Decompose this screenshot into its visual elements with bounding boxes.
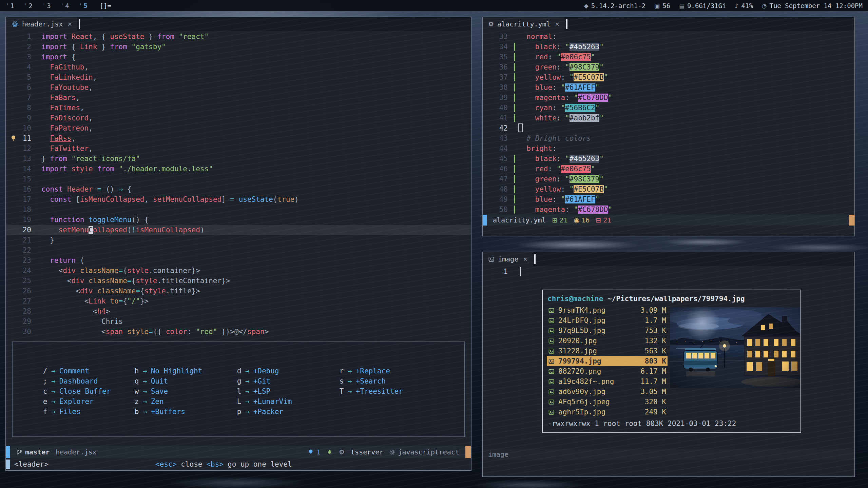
code-line[interactable]: 22: [6, 245, 471, 255]
whichkey-item[interactable]: ;→Dashboard: [43, 376, 111, 386]
editor-window-topright: ⚙ alacritty.yml × 33 normal:34 black: "#…: [482, 17, 855, 236]
code-line[interactable]: 38 blue: "#61AFEF": [483, 82, 854, 93]
whichkey-item[interactable]: b→+Buffers: [134, 407, 202, 417]
code-line[interactable]: 50 magenta: "#C678DD": [483, 204, 854, 215]
code-line[interactable]: 21 }: [6, 235, 471, 245]
whichkey-item[interactable]: c→Close Buffer: [43, 386, 111, 396]
whichkey-item[interactable]: z→Zen: [134, 396, 202, 407]
command-line[interactable]: <leader> <esc> close <bs> go up one leve…: [6, 458, 471, 470]
code-line[interactable]: 1import React, { useState } from "react": [6, 32, 471, 42]
close-icon[interactable]: ×: [555, 20, 560, 28]
whichkey-item[interactable]: e→Explorer: [43, 396, 111, 407]
code-line[interactable]: 49 blue: "#61AFEF": [483, 194, 854, 204]
tab-header-jsx[interactable]: header.jsx ×: [6, 17, 78, 31]
code-line[interactable]: 23 return (: [6, 255, 471, 266]
code-line[interactable]: 15: [6, 174, 471, 184]
hint-key-bs: <bs>: [206, 460, 224, 468]
workspace-button-1[interactable]: 1: [5, 2, 14, 9]
line-number: 43: [483, 133, 518, 143]
code-line[interactable]: 24 <div className={style.container}>: [6, 266, 471, 276]
code-line[interactable]: 27 <Link to={"/"}>: [6, 296, 471, 306]
code-area[interactable]: 1import React, { useState } from "react"…: [6, 32, 471, 337]
workspace-button-5[interactable]: 5: [79, 2, 88, 9]
code-line[interactable]: 47 green: "#98C379": [483, 174, 854, 184]
tab-image[interactable]: image ×: [483, 252, 533, 266]
whichkey-item[interactable]: T→+Treesitter: [339, 386, 403, 396]
code-line[interactable]: 19 function toggleMenu() {: [6, 215, 471, 225]
code-line[interactable]: 5 FaLinkedin,: [6, 72, 471, 82]
whichkey-item[interactable]: g→+Git: [237, 376, 292, 386]
code-line[interactable]: 33 normal:: [483, 32, 854, 42]
code-area[interactable]: 33 normal:34 black: "#4b5263"35 red: "#e…: [483, 32, 854, 215]
code-line[interactable]: 20 setMenuCollapsed(!isMenuCollapsed): [6, 225, 471, 235]
code-line[interactable]: 44 bright:: [483, 143, 854, 154]
code-line[interactable]: 39 magenta: "#C678DD": [483, 93, 854, 103]
code-line[interactable]: 30 <span style={{ color: "red" }}>@</spa…: [6, 327, 471, 337]
file-row[interactable]: 9rsmTK4.png3.09 M: [547, 305, 668, 315]
whichkey-item[interactable]: r→+Replace: [339, 366, 403, 376]
code-line[interactable]: 9 FaDiscord,: [6, 113, 471, 123]
whichkey-item[interactable]: /→Comment: [43, 366, 111, 376]
code-line[interactable]: 16const Header = () ⇒ {: [6, 184, 471, 194]
close-icon[interactable]: ×: [523, 255, 527, 263]
code-line[interactable]: 40 cyan: "#56B6C2": [483, 103, 854, 113]
code-line[interactable]: 41 white: "#abb2bf": [483, 113, 854, 123]
code-line[interactable]: 4 FaGithub,: [6, 62, 471, 72]
file-row[interactable]: a19c482f~.png11.7 M: [547, 376, 668, 387]
file-row[interactable]: AFq5r6j.jpeg320 K: [547, 397, 668, 407]
layout-indicator[interactable]: []=: [100, 2, 111, 9]
code-line[interactable]: 11 FaRss,: [6, 133, 471, 143]
code-line[interactable]: 10 FaPatreon,: [6, 123, 471, 133]
code-line[interactable]: 35 red: "#e06c75": [483, 52, 854, 62]
code-line[interactable]: 3import {: [6, 52, 471, 62]
file-row[interactable]: 31228.jpg563 K: [547, 346, 668, 356]
code-line[interactable]: 6 FaYoutube,: [6, 82, 471, 93]
tab-alacritty-yml[interactable]: ⚙ alacritty.yml ×: [483, 17, 565, 31]
code-line[interactable]: 26 <div className={style.title}>: [6, 286, 471, 296]
code-line[interactable]: 17 const [isMenuCollapsed, setMenuCollap…: [6, 194, 471, 204]
file-row[interactable]: 20920.jpg132 K: [547, 336, 668, 346]
code-line[interactable]: 8 FaTimes,: [6, 103, 471, 113]
code-line[interactable]: 14import style from "./header.module.les…: [6, 164, 471, 174]
line-number: 2: [6, 42, 41, 52]
tabline-cursor: [79, 19, 80, 29]
whichkey-item[interactable]: s→+Search: [339, 376, 403, 386]
code-line[interactable]: 7 FaBars,: [6, 93, 471, 103]
code-line[interactable]: 37 yellow: "#E5C07B": [483, 72, 854, 82]
code-line[interactable]: 43 # Bright colors: [483, 133, 854, 143]
workspace-button-4[interactable]: 4: [60, 2, 69, 9]
code-line[interactable]: 25 <div className={style.titleContainer}…: [6, 276, 471, 286]
whichkey-item[interactable]: p→+Packer: [237, 407, 292, 417]
code-line[interactable]: 2import { Link } from "gatsby": [6, 42, 471, 52]
code-line[interactable]: 29 Chris: [6, 316, 471, 327]
code-line[interactable]: 34 black: "#4b5263": [483, 42, 854, 52]
code-line[interactable]: 36 green: "#98C379": [483, 62, 854, 72]
code-line[interactable]: 28 <h4>: [6, 306, 471, 316]
code-line[interactable]: 12 FaTwitter,: [6, 143, 471, 154]
file-row[interactable]: 24LrDFQ.jpg1.7 M: [547, 315, 668, 326]
code-line[interactable]: 13} from "react-icons/fa": [6, 154, 471, 164]
file-row[interactable]: 97q9L5D.jpg753 K: [547, 326, 668, 336]
file-row[interactable]: 882720.png6.17 M: [547, 366, 668, 376]
whichkey-item[interactable]: h→No Highlight: [134, 366, 202, 376]
code-line[interactable]: 42: [483, 123, 854, 133]
whichkey-item[interactable]: q→Quit: [134, 376, 202, 386]
workspace-button-2[interactable]: 2: [24, 2, 33, 9]
whichkey-item[interactable]: l→+LSP: [237, 386, 292, 396]
whichkey-item[interactable]: d→+Debug: [237, 366, 292, 376]
buffer-line[interactable]: 1: [483, 267, 521, 277]
arrow-icon: →: [139, 387, 151, 395]
status-item: ▤9.6Gi/31Gi: [679, 2, 726, 9]
file-row[interactable]: ad6v90y.jpg3.05 M: [547, 387, 668, 397]
whichkey-item[interactable]: f→Files: [43, 407, 111, 417]
workspace-button-3[interactable]: 3: [42, 2, 51, 9]
whichkey-item[interactable]: L→+LunarVim: [237, 396, 292, 407]
whichkey-item[interactable]: w→Save: [134, 386, 202, 396]
code-line[interactable]: 18: [6, 204, 471, 215]
close-icon[interactable]: ×: [67, 20, 72, 28]
code-line[interactable]: 48 yellow: "#E5C07B": [483, 184, 854, 194]
file-row-selected[interactable]: 799794.jpg803 K: [547, 356, 668, 366]
code-line[interactable]: 45 black: "#4b5263": [483, 154, 854, 164]
file-row[interactable]: aghr5Ip.jpg249 K: [547, 407, 668, 417]
code-line[interactable]: 46 red: "#e06c75": [483, 164, 854, 174]
